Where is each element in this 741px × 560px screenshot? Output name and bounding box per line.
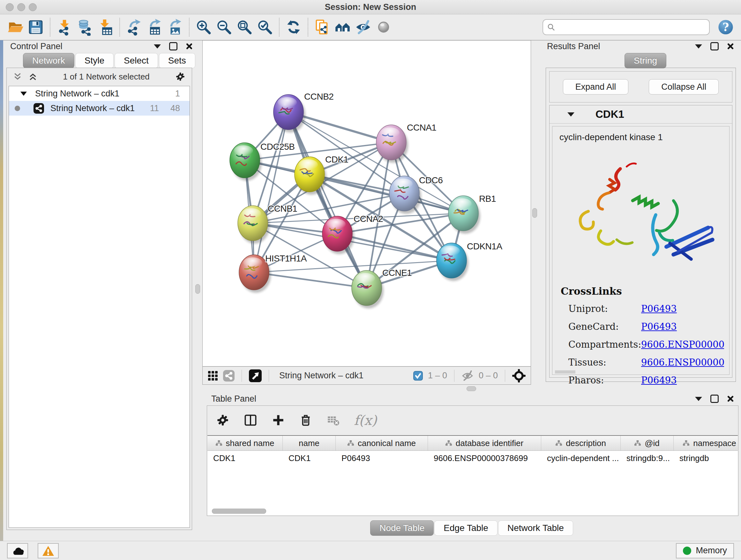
tab-style[interactable]: Style xyxy=(75,53,114,68)
network-canvas[interactable]: CCNB2CCNA1CDC25BCDK1CDC6RB1CCNB1CCNA2CDK… xyxy=(202,40,531,367)
network-node-CCNA1[interactable] xyxy=(376,125,408,163)
table-options-gear-icon[interactable] xyxy=(216,414,229,427)
selected-checkbox-icon[interactable] xyxy=(413,371,423,381)
open-session-icon[interactable] xyxy=(5,17,25,37)
column-header-database-identifier[interactable]: database identifier xyxy=(428,436,541,450)
expand-all-button[interactable]: Expand All xyxy=(563,79,629,95)
search-field[interactable] xyxy=(542,19,710,35)
first-neighbors-icon[interactable] xyxy=(333,17,353,37)
new-network-from-selection-icon[interactable] xyxy=(312,17,333,37)
float-panel-icon[interactable] xyxy=(169,42,178,51)
save-session-icon[interactable] xyxy=(25,17,46,37)
column-header-canonical-name[interactable]: canonical name xyxy=(336,436,428,450)
close-panel-icon[interactable] xyxy=(186,43,193,50)
zoom-in-icon[interactable] xyxy=(193,17,214,37)
close-panel-icon[interactable] xyxy=(727,43,734,50)
close-window-button[interactable] xyxy=(6,3,14,11)
collapse-panel-icon[interactable] xyxy=(695,397,702,401)
string-style-icon[interactable] xyxy=(223,370,234,381)
hidden-eye-icon[interactable] xyxy=(461,370,474,381)
tab-network-table[interactable]: Network Table xyxy=(498,520,573,536)
pan-crosshair-icon[interactable] xyxy=(512,369,526,382)
import-network-database-icon[interactable] xyxy=(75,17,95,37)
export-table-icon[interactable] xyxy=(144,17,165,37)
tab-network[interactable]: Network xyxy=(23,53,74,68)
refresh-network-icon[interactable] xyxy=(283,17,304,37)
network-collection-row[interactable]: String Network – cdk1 1 xyxy=(9,86,190,101)
float-panel-icon[interactable] xyxy=(711,42,719,51)
crosslink-link[interactable]: 9606.ENSP00000378699 xyxy=(641,357,724,368)
import-network-file-icon[interactable] xyxy=(54,17,75,37)
collapse-all-button[interactable]: Collapse All xyxy=(649,79,719,95)
expand-all-networks-icon[interactable] xyxy=(13,72,22,81)
splitter-handle-bottom[interactable] xyxy=(467,386,476,391)
network-edge-CCNB2-HIST1H1A[interactable] xyxy=(254,112,288,272)
table-cell[interactable]: 9606.ENSP00000378699 xyxy=(428,451,541,465)
minimize-window-button[interactable] xyxy=(17,3,25,11)
tab-node-table[interactable]: Node Table xyxy=(370,520,434,536)
table-cell[interactable]: CDK1 xyxy=(207,451,283,465)
zoom-selected-icon[interactable] xyxy=(255,17,275,37)
table-cell[interactable]: cyclin-dependent ... xyxy=(541,451,621,465)
collapse-all-networks-icon[interactable] xyxy=(28,72,37,81)
crosslink-link[interactable]: 9606.ENSP00000378699 xyxy=(641,339,724,350)
close-panel-icon[interactable] xyxy=(727,395,734,402)
network-node-CDK1[interactable] xyxy=(294,157,327,195)
column-header-namespace[interactable]: namespace xyxy=(674,436,741,450)
hide-selected-icon[interactable] xyxy=(353,17,374,37)
column-header-description[interactable]: description xyxy=(541,436,621,450)
collection-expand-icon[interactable] xyxy=(20,91,27,96)
zoom-fit-content-icon[interactable] xyxy=(234,17,255,37)
network-node-RB1[interactable] xyxy=(448,196,480,234)
cloud-status-button[interactable] xyxy=(7,543,28,558)
scrollbar-stub[interactable] xyxy=(555,370,576,374)
apply-function-icon[interactable]: f(x) xyxy=(354,413,377,428)
import-table-file-icon[interactable] xyxy=(95,17,116,37)
zoom-window-button[interactable] xyxy=(29,3,37,11)
column-header--id[interactable]: @id xyxy=(621,436,674,450)
help-icon[interactable]: ? xyxy=(716,17,736,37)
splitter-handle-left[interactable] xyxy=(195,284,200,294)
horizontal-scrollbar-thumb[interactable] xyxy=(212,509,266,514)
network-node-CDC6[interactable] xyxy=(389,176,421,214)
entry-collapse-icon[interactable] xyxy=(567,112,575,117)
zoom-out-icon[interactable] xyxy=(214,17,234,37)
collapse-panel-icon[interactable] xyxy=(154,44,161,49)
table-cell[interactable]: stringdb xyxy=(674,451,741,465)
tab-edge-table[interactable]: Edge Table xyxy=(434,520,497,536)
table-cell[interactable]: P06493 xyxy=(336,451,428,465)
table-row[interactable]: CDK1CDK1P064939606.ENSP00000378699cyclin… xyxy=(207,451,738,465)
tab-select[interactable]: Select xyxy=(115,53,158,68)
crosslink-link[interactable]: P06493 xyxy=(641,321,724,332)
warnings-button[interactable] xyxy=(38,543,59,558)
add-column-icon[interactable] xyxy=(272,414,285,427)
export-image-icon[interactable] xyxy=(165,17,185,37)
network-node-CCNB2[interactable] xyxy=(273,95,306,132)
show-columns-icon[interactable] xyxy=(244,413,258,427)
network-node-CCNA2[interactable] xyxy=(322,216,354,254)
tab-string[interactable]: String xyxy=(624,53,666,68)
export-network-icon[interactable] xyxy=(124,17,144,37)
network-node-CDKN1A[interactable] xyxy=(436,243,468,281)
float-panel-icon[interactable] xyxy=(711,395,719,403)
network-node-CCNE1[interactable] xyxy=(352,270,384,308)
search-input[interactable] xyxy=(558,22,705,33)
table-cell[interactable]: stringdb:9... xyxy=(621,451,674,465)
memory-button[interactable]: Memory xyxy=(676,543,734,558)
network-node-CDC25B[interactable] xyxy=(230,143,262,181)
crosslink-link[interactable]: P06493 xyxy=(641,375,724,386)
network-row-selected[interactable]: String Network – cdk1 11 48 xyxy=(9,101,190,116)
birds-eye-view-icon[interactable] xyxy=(249,369,262,382)
column-header-shared-name[interactable]: shared name xyxy=(207,436,283,450)
grid-view-icon[interactable] xyxy=(208,371,218,381)
tab-sets[interactable]: Sets xyxy=(159,53,195,68)
delete-column-icon[interactable] xyxy=(299,414,313,427)
delete-table-icon[interactable] xyxy=(327,414,340,427)
table-cell[interactable]: CDK1 xyxy=(283,451,336,465)
column-header-name[interactable]: name xyxy=(283,436,336,450)
node-entry-header[interactable]: CDK1 xyxy=(549,105,732,124)
show-all-graphics-icon[interactable] xyxy=(374,17,394,37)
crosslink-link[interactable]: P06493 xyxy=(641,303,724,314)
collapse-panel-icon[interactable] xyxy=(695,44,702,49)
network-options-gear-icon[interactable] xyxy=(175,71,185,82)
